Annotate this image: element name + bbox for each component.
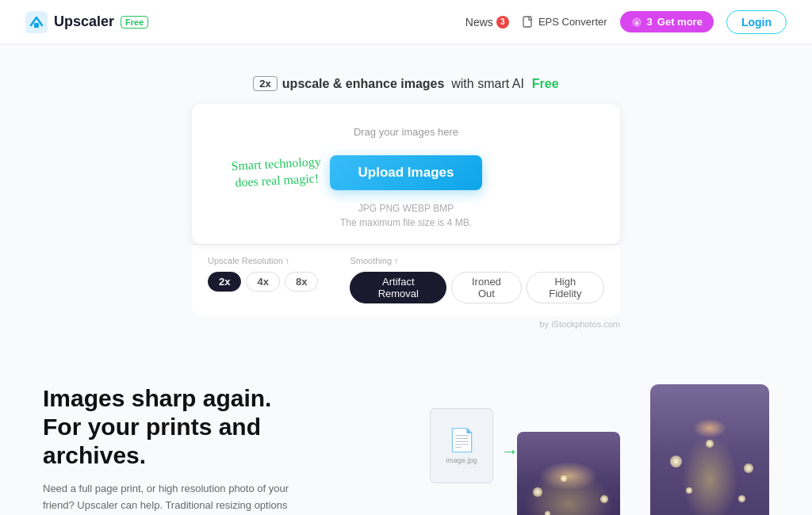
- light-dot: [738, 495, 745, 502]
- eps-icon: [522, 16, 534, 29]
- resolution-2x-button[interactable]: 2x: [208, 272, 241, 292]
- headline-suffix: with smart AI: [451, 77, 524, 90]
- pro-button[interactable]: ♦ 3 Get more: [620, 11, 714, 32]
- headline-prefix: upscale & enhance images: [282, 77, 445, 90]
- file-types-label: JPG PNG WEBP BMP: [208, 203, 604, 214]
- before-image: 📄 image.jpg: [430, 408, 493, 483]
- svg-text:♦: ♦: [634, 19, 638, 27]
- smoothing-label: Smoothing ↑: [350, 256, 604, 265]
- upload-images-button[interactable]: Upload Images: [330, 155, 483, 190]
- free-label: Free: [532, 77, 559, 91]
- news-label: News: [465, 16, 493, 29]
- smoothing-group: Smoothing ↑ Artifact Removal Ironed Out …: [350, 256, 604, 303]
- bottom-text: Images sharp again.For your prints andar…: [43, 384, 382, 515]
- bottom-heading: Images sharp again.For your prints andar…: [43, 384, 382, 470]
- upload-area: Smart technology does real magic! Upload…: [208, 149, 604, 203]
- high-fidelity-button[interactable]: High Fidelity: [527, 272, 604, 303]
- sharp-photo: [650, 384, 769, 515]
- resolution-8x-button[interactable]: 8x: [285, 272, 318, 292]
- navbar: Upscaler Free News 3 EPS Converter ♦ 3 G…: [0, 0, 812, 44]
- drag-text: Drag your images here: [208, 126, 604, 138]
- news-link[interactable]: News 3: [465, 16, 509, 29]
- pro-label: Get more: [657, 16, 703, 28]
- tag-2x: 2x: [253, 76, 277, 91]
- logo-text: Upscaler: [54, 13, 114, 30]
- bottom-section: Images sharp again.For your prints andar…: [17, 368, 795, 515]
- blurry-photo: [517, 432, 620, 515]
- resolution-group: Upscale Resolution ↑ 2x 4x 8x: [208, 256, 318, 292]
- settings-row: Upscale Resolution ↑ 2x 4x 8x Smoothing …: [192, 244, 620, 316]
- pro-icon: ♦: [631, 17, 642, 28]
- ironed-out-button[interactable]: Ironed Out: [451, 272, 521, 303]
- upload-card: Drag your images here Smart technology d…: [192, 104, 620, 244]
- smart-line1: Smart technology: [231, 154, 321, 173]
- artifact-removal-button[interactable]: Artifact Removal: [350, 272, 446, 303]
- bottom-visual: 📄 image.jpg →: [430, 384, 769, 515]
- logo: Upscaler Free: [25, 11, 148, 33]
- hero-headline: upscale & enhance images with smart AI: [282, 77, 524, 91]
- file-icon: 📄: [448, 427, 476, 453]
- filename-label: image.jpg: [446, 456, 477, 464]
- light-dot: [561, 475, 567, 482]
- eps-label: EPS Converter: [538, 16, 607, 28]
- logo-free-badge: Free: [121, 16, 148, 29]
- nav-right: News 3 EPS Converter ♦ 3 Get more Login: [465, 10, 787, 34]
- resolution-options: 2x 4x 8x: [208, 272, 318, 292]
- light-dot: [670, 456, 682, 467]
- before-photo: [517, 432, 620, 515]
- pro-count: 3: [647, 16, 653, 28]
- arrow-icon: →: [501, 441, 519, 462]
- resolution-label: Upscale Resolution ↑: [208, 256, 318, 265]
- light-dot: [744, 464, 753, 473]
- light-dot: [686, 487, 692, 494]
- news-count-badge: 3: [496, 16, 509, 29]
- eps-converter-button[interactable]: EPS Converter: [522, 16, 607, 29]
- smart-line2: does real magic!: [235, 171, 319, 189]
- login-button[interactable]: Login: [726, 10, 787, 34]
- light-dot: [600, 495, 608, 503]
- after-photo: [650, 384, 769, 515]
- svg-rect-1: [34, 23, 39, 28]
- light-dot: [533, 487, 542, 497]
- svg-rect-2: [523, 17, 531, 27]
- credit-line: by iStockphotos.com: [192, 319, 620, 329]
- bottom-desc: Need a full page print, or high resoluti…: [43, 481, 297, 515]
- smoothing-options: Artifact Removal Ironed Out High Fidelit…: [350, 272, 604, 303]
- svg-rect-0: [25, 11, 48, 33]
- light-dot: [545, 511, 550, 515]
- hero-tag: 2x upscale & enhance images with smart A…: [253, 76, 558, 91]
- smart-tech-label: Smart technology does real magic!: [231, 154, 322, 191]
- logo-icon: [25, 11, 48, 33]
- hero-section: 2x upscale & enhance images with smart A…: [0, 44, 812, 345]
- resolution-4x-button[interactable]: 4x: [246, 272, 279, 292]
- light-dot: [706, 440, 714, 448]
- file-limit-label: The maximum file size is 4 MB.: [208, 217, 604, 228]
